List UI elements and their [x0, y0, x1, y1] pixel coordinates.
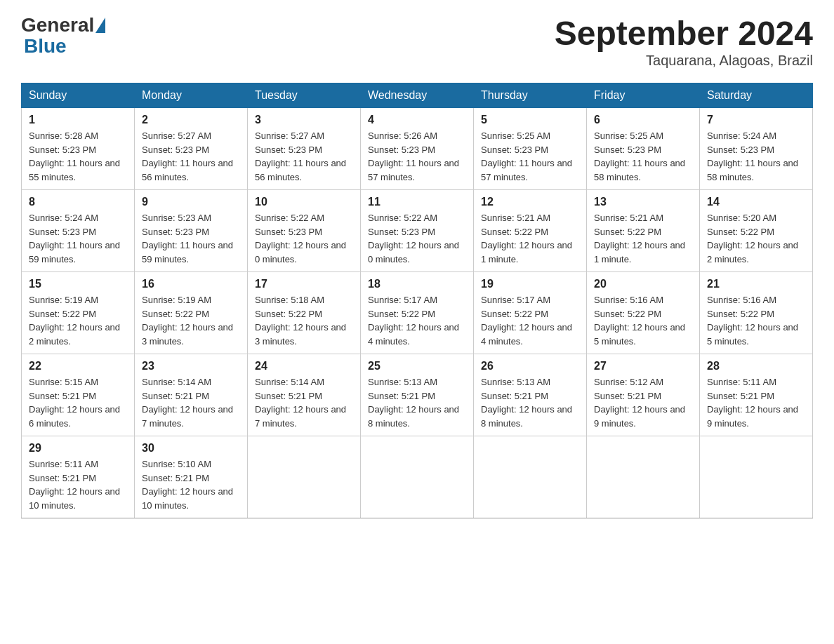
- title-area: September 2024 Taquarana, Alagoas, Brazi…: [555, 14, 813, 69]
- day-number: 25: [368, 360, 466, 373]
- col-saturday: Saturday: [700, 83, 813, 108]
- day-cell: 12Sunrise: 5:21 AMSunset: 5:22 PMDayligh…: [474, 190, 587, 272]
- header-row: Sunday Monday Tuesday Wednesday Thursday…: [22, 83, 813, 108]
- day-cell: 27Sunrise: 5:12 AMSunset: 5:21 PMDayligh…: [587, 354, 700, 436]
- day-info: Sunrise: 5:25 AMSunset: 5:23 PMDaylight:…: [594, 129, 692, 184]
- col-wednesday: Wednesday: [361, 83, 474, 108]
- day-cell: 14Sunrise: 5:20 AMSunset: 5:22 PMDayligh…: [700, 190, 813, 272]
- day-cell: 16Sunrise: 5:19 AMSunset: 5:22 PMDayligh…: [135, 272, 248, 354]
- day-cell: 13Sunrise: 5:21 AMSunset: 5:22 PMDayligh…: [587, 190, 700, 272]
- day-info: Sunrise: 5:11 AMSunset: 5:21 PMDaylight:…: [707, 375, 805, 430]
- day-number: 22: [29, 360, 127, 373]
- day-number: 9: [142, 196, 240, 208]
- day-cell: [587, 436, 700, 518]
- day-cell: [474, 436, 587, 518]
- day-info: Sunrise: 5:11 AMSunset: 5:21 PMDaylight:…: [29, 457, 127, 512]
- week-row-2: 8Sunrise: 5:24 AMSunset: 5:23 PMDaylight…: [22, 190, 813, 272]
- day-info: Sunrise: 5:21 AMSunset: 5:22 PMDaylight:…: [594, 211, 692, 266]
- day-number: 2: [142, 114, 240, 126]
- day-cell: 23Sunrise: 5:14 AMSunset: 5:21 PMDayligh…: [135, 354, 248, 436]
- day-info: Sunrise: 5:13 AMSunset: 5:21 PMDaylight:…: [368, 375, 466, 430]
- day-number: 12: [481, 196, 579, 208]
- day-number: 16: [142, 278, 240, 290]
- day-cell: 30Sunrise: 5:10 AMSunset: 5:21 PMDayligh…: [135, 436, 248, 518]
- day-cell: 7Sunrise: 5:24 AMSunset: 5:23 PMDaylight…: [700, 108, 813, 190]
- day-info: Sunrise: 5:20 AMSunset: 5:22 PMDaylight:…: [707, 211, 805, 266]
- day-number: 28: [707, 360, 805, 373]
- day-info: Sunrise: 5:27 AMSunset: 5:23 PMDaylight:…: [255, 129, 353, 184]
- day-number: 5: [481, 114, 579, 126]
- col-friday: Friday: [587, 83, 700, 108]
- day-cell: 6Sunrise: 5:25 AMSunset: 5:23 PMDaylight…: [587, 108, 700, 190]
- day-info: Sunrise: 5:27 AMSunset: 5:23 PMDaylight:…: [142, 129, 240, 184]
- day-info: Sunrise: 5:16 AMSunset: 5:22 PMDaylight:…: [594, 293, 692, 348]
- day-info: Sunrise: 5:26 AMSunset: 5:23 PMDaylight:…: [368, 129, 466, 184]
- day-cell: 19Sunrise: 5:17 AMSunset: 5:22 PMDayligh…: [474, 272, 587, 354]
- day-cell: 18Sunrise: 5:17 AMSunset: 5:22 PMDayligh…: [361, 272, 474, 354]
- day-cell: 5Sunrise: 5:25 AMSunset: 5:23 PMDaylight…: [474, 108, 587, 190]
- day-number: 23: [142, 360, 240, 373]
- day-cell: 22Sunrise: 5:15 AMSunset: 5:21 PMDayligh…: [22, 354, 135, 436]
- day-info: Sunrise: 5:19 AMSunset: 5:22 PMDaylight:…: [142, 293, 240, 348]
- day-info: Sunrise: 5:17 AMSunset: 5:22 PMDaylight:…: [481, 293, 579, 348]
- day-number: 27: [594, 360, 692, 373]
- day-info: Sunrise: 5:16 AMSunset: 5:22 PMDaylight:…: [707, 293, 805, 348]
- day-number: 20: [594, 278, 692, 290]
- day-info: Sunrise: 5:22 AMSunset: 5:23 PMDaylight:…: [255, 211, 353, 266]
- day-info: Sunrise: 5:19 AMSunset: 5:22 PMDaylight:…: [29, 293, 127, 348]
- day-number: 24: [255, 360, 353, 373]
- day-number: 7: [707, 114, 805, 126]
- day-cell: [248, 436, 361, 518]
- week-row-3: 15Sunrise: 5:19 AMSunset: 5:22 PMDayligh…: [22, 272, 813, 354]
- week-row-4: 22Sunrise: 5:15 AMSunset: 5:21 PMDayligh…: [22, 354, 813, 436]
- day-info: Sunrise: 5:21 AMSunset: 5:22 PMDaylight:…: [481, 211, 579, 266]
- day-cell: 26Sunrise: 5:13 AMSunset: 5:21 PMDayligh…: [474, 354, 587, 436]
- day-info: Sunrise: 5:25 AMSunset: 5:23 PMDaylight:…: [481, 129, 579, 184]
- day-number: 29: [29, 442, 127, 455]
- day-cell: 17Sunrise: 5:18 AMSunset: 5:22 PMDayligh…: [248, 272, 361, 354]
- day-cell: 21Sunrise: 5:16 AMSunset: 5:22 PMDayligh…: [700, 272, 813, 354]
- day-number: 8: [29, 196, 127, 208]
- col-tuesday: Tuesday: [248, 83, 361, 108]
- day-info: Sunrise: 5:24 AMSunset: 5:23 PMDaylight:…: [29, 211, 127, 266]
- day-info: Sunrise: 5:23 AMSunset: 5:23 PMDaylight:…: [142, 211, 240, 266]
- day-cell: 3Sunrise: 5:27 AMSunset: 5:23 PMDaylight…: [248, 108, 361, 190]
- day-number: 13: [594, 196, 692, 208]
- day-cell: 25Sunrise: 5:13 AMSunset: 5:21 PMDayligh…: [361, 354, 474, 436]
- day-number: 21: [707, 278, 805, 290]
- logo: General Blue: [21, 14, 105, 56]
- col-monday: Monday: [135, 83, 248, 108]
- logo-arrow-icon: [95, 18, 105, 33]
- day-cell: 1Sunrise: 5:28 AMSunset: 5:23 PMDaylight…: [22, 108, 135, 190]
- logo-general-text: General: [21, 14, 94, 36]
- day-cell: 10Sunrise: 5:22 AMSunset: 5:23 PMDayligh…: [248, 190, 361, 272]
- col-thursday: Thursday: [474, 83, 587, 108]
- page: General Blue September 2024 Taquarana, A…: [0, 0, 834, 532]
- day-number: 26: [481, 360, 579, 373]
- week-row-1: 1Sunrise: 5:28 AMSunset: 5:23 PMDaylight…: [22, 108, 813, 190]
- col-sunday: Sunday: [22, 83, 135, 108]
- day-cell: [700, 436, 813, 518]
- day-number: 15: [29, 278, 127, 290]
- day-info: Sunrise: 5:10 AMSunset: 5:21 PMDaylight:…: [142, 457, 240, 512]
- day-cell: 9Sunrise: 5:23 AMSunset: 5:23 PMDaylight…: [135, 190, 248, 272]
- day-info: Sunrise: 5:14 AMSunset: 5:21 PMDaylight:…: [142, 375, 240, 430]
- day-cell: 28Sunrise: 5:11 AMSunset: 5:21 PMDayligh…: [700, 354, 813, 436]
- day-cell: 29Sunrise: 5:11 AMSunset: 5:21 PMDayligh…: [22, 436, 135, 518]
- day-number: 10: [255, 196, 353, 208]
- day-number: 11: [368, 196, 466, 208]
- day-info: Sunrise: 5:28 AMSunset: 5:23 PMDaylight:…: [29, 129, 127, 184]
- day-cell: 15Sunrise: 5:19 AMSunset: 5:22 PMDayligh…: [22, 272, 135, 354]
- day-number: 14: [707, 196, 805, 208]
- day-info: Sunrise: 5:14 AMSunset: 5:21 PMDaylight:…: [255, 375, 353, 430]
- day-cell: 4Sunrise: 5:26 AMSunset: 5:23 PMDaylight…: [361, 108, 474, 190]
- day-number: 1: [29, 114, 127, 126]
- day-info: Sunrise: 5:22 AMSunset: 5:23 PMDaylight:…: [368, 211, 466, 266]
- day-cell: 8Sunrise: 5:24 AMSunset: 5:23 PMDaylight…: [22, 190, 135, 272]
- day-cell: 11Sunrise: 5:22 AMSunset: 5:23 PMDayligh…: [361, 190, 474, 272]
- day-cell: 20Sunrise: 5:16 AMSunset: 5:22 PMDayligh…: [587, 272, 700, 354]
- day-number: 19: [481, 278, 579, 290]
- day-number: 4: [368, 114, 466, 126]
- day-cell: 2Sunrise: 5:27 AMSunset: 5:23 PMDaylight…: [135, 108, 248, 190]
- day-info: Sunrise: 5:17 AMSunset: 5:22 PMDaylight:…: [368, 293, 466, 348]
